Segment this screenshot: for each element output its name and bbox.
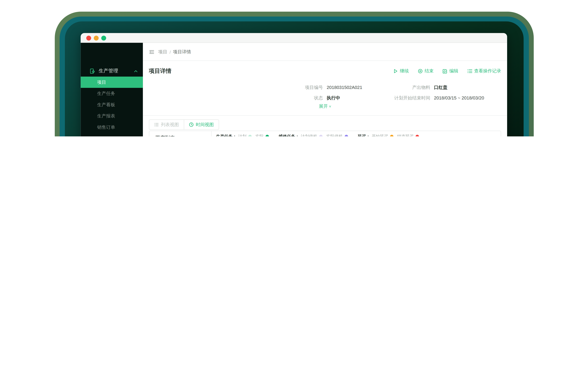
expand-link[interactable]: 展开˅ [143,103,507,110]
planned-dot [248,135,252,136]
sidebar-item-label: 销售订单 [97,124,115,131]
gantt-legend: 生产任务： 计划 实际 维修任务： 计划停机 实际停机 延迟： 开始延迟 结束延… [216,133,429,136]
legend-group-delay: 延迟： 开始延迟 结束延迟 [358,134,423,136]
field-value: 口红盖 [434,84,447,91]
process-list-header: 工序列表 [149,131,211,136]
clock-icon [189,122,193,127]
actual-downtime-dot [345,135,348,136]
project-detail-section: 项目详情 继续 结束 编辑 [143,61,507,116]
sidebar-item-traceability[interactable]: 追溯 [81,133,143,136]
chevron-down-icon: ˅ [329,104,331,109]
window-titlebar [81,33,507,43]
view-toggle: 列表视图 时间视图 [149,119,219,130]
view-operation-records-button[interactable]: 查看操作记录 [467,68,501,74]
menu-fold-icon[interactable] [149,49,154,55]
legend-group-production: 生产任务： 计划 实际 [216,134,273,136]
close-window-button[interactable] [86,35,91,40]
field-label: 计划开始结束时间 [385,95,430,101]
start-delay-dot [390,135,393,136]
field-label: 项目编号 [278,84,323,91]
breadcrumb: 项目 / 项目详情 [149,49,191,55]
sidebar-item-production-tasks[interactable]: 生产任务 [81,88,143,99]
tab-list-view[interactable]: 列表视图 [149,120,184,130]
legend-group-maintenance: 维修任务： 计划停机 实际停机 [279,134,352,136]
sidebar-item-production-mgmt[interactable]: 生产管理 [81,65,143,77]
header-actions: 继续 结束 编辑 查看操作记录 [393,68,501,74]
breadcrumb-item[interactable]: 项目 [158,49,167,55]
chevron-up-icon [134,69,138,72]
sidebar-item-label: 生产报表 [97,113,115,119]
breadcrumb-bar: 项目 / 项目详情 [143,43,507,61]
planned-time-field: 计划开始结束时间 2018/03/15 ~ 2018/03/20 [385,95,484,101]
tab-time-view[interactable]: 时间视图 [184,120,219,130]
app-window: 生产管理 项目 生产任务 生产看板 生产报表 销售订单 追溯 [81,33,507,136]
project-number-field: 项目编号 2018031502A021 [278,85,362,90]
breadcrumb-current: 项目详情 [173,49,191,55]
planned-downtime-dot [319,135,322,136]
end-button[interactable]: 结束 [418,68,434,74]
main-content: 项目 / 项目详情 项目详情 继续 结束 [143,43,507,136]
sidebar-item-label: 生产任务 [97,90,115,97]
output-material-field: 产出物料 口红盖 [385,85,447,90]
page-title: 项目详情 [149,68,171,75]
sidebar-item-production-board[interactable]: 生产看板 [81,99,143,110]
field-label: 产出物料 [385,84,430,91]
edit-button[interactable]: 编辑 [442,68,458,74]
list-icon [154,122,159,127]
sidebar-item-label: 项目 [97,79,106,86]
zoom-window-button[interactable] [101,35,106,40]
field-label: 数量 [490,84,507,91]
field-value: 2018031502A021 [327,85,362,90]
sidebar: 生产管理 项目 生产任务 生产看板 生产报表 销售订单 追溯 [81,43,143,136]
status-field: 状态 执行中 [278,95,340,101]
sidebar-item-production-reports[interactable]: 生产报表 [81,110,143,122]
actual-dot [266,135,269,136]
sidebar-item-label: 追溯 [97,135,106,136]
sidebar-item-projects[interactable]: 项目 [81,77,143,88]
play-icon [393,69,398,74]
desktop-background: 生产管理 项目 生产任务 生产看板 生产报表 销售订单 追溯 [0,0,588,136]
production-mgmt-icon [90,68,95,74]
breadcrumb-separator: / [169,49,171,55]
quantity-field: 数量 100 个 [490,85,507,90]
sidebar-item-sales-orders[interactable]: 销售订单 [81,122,143,133]
stop-icon [418,69,423,74]
sidebar-item-label: 生产管理 [99,68,118,74]
process-list-title: 工序列表 [155,135,175,136]
minimize-window-button[interactable] [94,35,99,40]
edit-icon [442,69,447,74]
field-label: 状态 [278,95,323,101]
end-delay-dot [416,135,419,136]
field-value: 2018/03/15 ~ 2018/03/20 [434,95,484,101]
records-icon [467,69,472,74]
gantt-card: 工序列表 生产任务： 计划 实际 维修任务： [149,131,501,136]
field-value: 执行中 [327,95,340,101]
sidebar-item-label: 生产看板 [97,102,115,108]
continue-button[interactable]: 继续 [393,68,409,74]
